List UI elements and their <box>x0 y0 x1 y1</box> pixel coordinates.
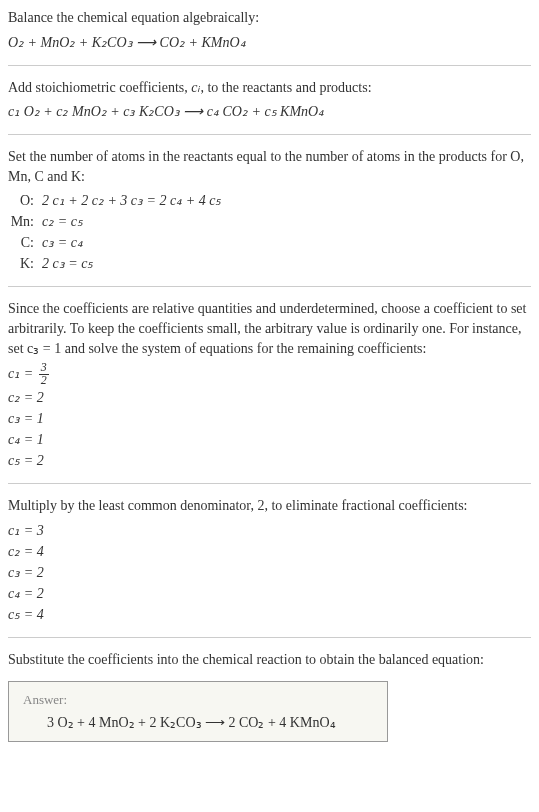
coeff-c4: c₄ <box>207 104 219 119</box>
atom-equation: 2 c₃ = c₅ <box>42 253 93 274</box>
atoms-intro: Set the number of atoms in the reactants… <box>8 147 531 186</box>
divider <box>8 134 531 135</box>
atom-row-k: K: 2 c₃ = c₅ <box>8 253 531 274</box>
coeff-line: c₄ = 2 <box>8 583 531 604</box>
coeff-line: c₂ = 4 <box>8 541 531 562</box>
term-co2: CO₂ + <box>219 104 264 119</box>
coeff-line: c₅ = 2 <box>8 450 531 471</box>
atom-equation: 2 c₁ + 2 c₂ + 3 c₃ = 2 c₄ + 4 c₅ <box>42 190 221 211</box>
fraction: 32 <box>39 362 49 387</box>
atom-label: O: <box>8 190 42 211</box>
divider <box>8 286 531 287</box>
arbitrary-text: Since the coefficients are relative quan… <box>8 299 531 358</box>
coeff-c1: c₁ <box>8 104 20 119</box>
intro-text: Balance the chemical equation algebraica… <box>8 8 531 28</box>
coeff-c2: c₂ <box>56 104 68 119</box>
divider <box>8 637 531 638</box>
answer-label: Answer: <box>23 692 373 708</box>
atom-label: K: <box>8 253 42 274</box>
coeff-line: c₄ = 1 <box>8 429 531 450</box>
stoich-text-part2: , to the reactants and products: <box>200 80 371 95</box>
divider <box>8 65 531 66</box>
frac-den: 2 <box>39 375 49 387</box>
atom-row-mn: Mn: c₂ = c₅ <box>8 211 531 232</box>
substitute-section: Substitute the coefficients into the che… <box>8 650 531 743</box>
coeff-list-2: c₁ = 3 c₂ = 4 c₃ = 2 c₄ = 2 c₅ = 4 <box>8 520 531 625</box>
coeff-line: c₁ = 3 <box>8 520 531 541</box>
coeff-c5: c₅ <box>264 104 276 119</box>
atom-equation: c₃ = c₄ <box>42 232 83 253</box>
substitute-text: Substitute the coefficients into the che… <box>8 650 531 670</box>
term-k2co3: K₂CO₃ ⟶ <box>135 104 206 119</box>
coeff-line: c₃ = 2 <box>8 562 531 583</box>
coeff-list-1: c₁ = 32 c₂ = 2 c₃ = 1 c₄ = 1 c₅ = 2 <box>8 362 531 471</box>
coeff-line: c₅ = 4 <box>8 604 531 625</box>
intro-section: Balance the chemical equation algebraica… <box>8 8 531 53</box>
intro-equation: O₂ + MnO₂ + K₂CO₃ ⟶ CO₂ + KMnO₄ <box>8 32 531 53</box>
stoich-text: Add stoichiometric coefficients, cᵢ, to … <box>8 78 531 98</box>
term-o2: O₂ + <box>20 104 56 119</box>
multiply-section: Multiply by the least common denominator… <box>8 496 531 625</box>
coeff-line: c₃ = 1 <box>8 408 531 429</box>
atoms-table: O: 2 c₁ + 2 c₂ + 3 c₃ = 2 c₄ + 4 c₅ Mn: … <box>8 190 531 274</box>
answer-box: Answer: 3 O₂ + 4 MnO₂ + 2 K₂CO₃ ⟶ 2 CO₂ … <box>8 681 388 742</box>
stoich-text-part1: Add stoichiometric coefficients, <box>8 80 191 95</box>
arbitrary-section: Since the coefficients are relative quan… <box>8 299 531 471</box>
atom-row-o: O: 2 c₁ + 2 c₂ + 3 c₃ = 2 c₄ + 4 c₅ <box>8 190 531 211</box>
divider <box>8 483 531 484</box>
c1-lhs: c₁ = <box>8 366 37 381</box>
atoms-section: Set the number of atoms in the reactants… <box>8 147 531 274</box>
coeff-line: c₂ = 2 <box>8 387 531 408</box>
term-kmno4: KMnO₄ <box>277 104 325 119</box>
atom-label: C: <box>8 232 42 253</box>
stoich-section: Add stoichiometric coefficients, cᵢ, to … <box>8 78 531 123</box>
atom-row-c: C: c₃ = c₄ <box>8 232 531 253</box>
multiply-text: Multiply by the least common denominator… <box>8 496 531 516</box>
coeff-c1-frac: c₁ = 32 <box>8 362 531 387</box>
atom-label: Mn: <box>8 211 42 232</box>
atom-equation: c₂ = c₅ <box>42 211 83 232</box>
stoich-equation: c₁ O₂ + c₂ MnO₂ + c₃ K₂CO₃ ⟶ c₄ CO₂ + c₅… <box>8 101 531 122</box>
answer-equation: 3 O₂ + 4 MnO₂ + 2 K₂CO₃ ⟶ 2 CO₂ + 4 KMnO… <box>23 714 373 731</box>
term-mno2: MnO₂ + <box>69 104 124 119</box>
coeff-c3: c₃ <box>123 104 135 119</box>
